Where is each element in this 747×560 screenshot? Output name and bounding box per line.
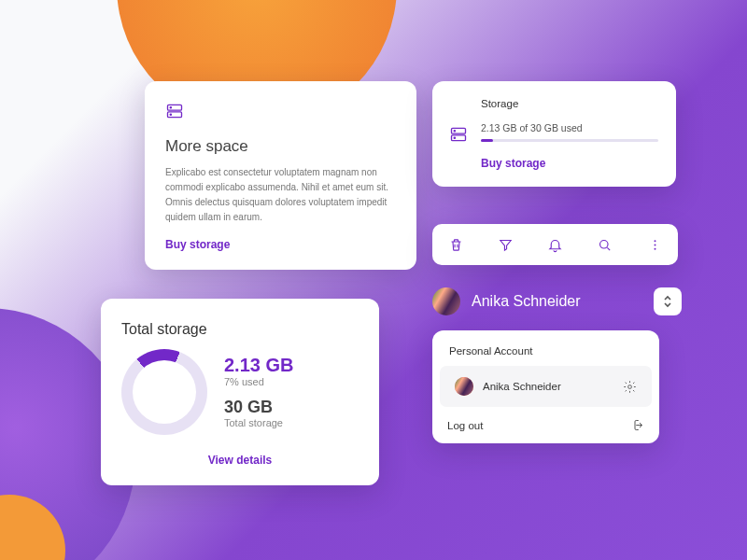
buy-storage-link[interactable]: Buy storage bbox=[481, 157, 658, 170]
expand-toggle[interactable] bbox=[654, 287, 682, 315]
filter-icon[interactable] bbox=[491, 231, 519, 259]
used-label: 7% used bbox=[224, 376, 293, 387]
toolbar bbox=[432, 224, 678, 265]
account-menu-header: Personal Account bbox=[432, 330, 659, 366]
more-icon[interactable] bbox=[641, 231, 669, 259]
chevron-up-down-icon bbox=[662, 295, 673, 308]
avatar bbox=[432, 287, 460, 315]
storage-progress-bar bbox=[481, 139, 658, 142]
account-menu: Personal Account Anika Schneider Log out bbox=[432, 330, 659, 443]
account-item-label: Log out bbox=[447, 420, 483, 431]
gear-icon[interactable] bbox=[623, 380, 637, 394]
bell-icon[interactable] bbox=[542, 231, 570, 259]
more-space-body: Explicabo est consectetur voluptatem mag… bbox=[165, 165, 396, 225]
buy-storage-link[interactable]: Buy storage bbox=[165, 238, 396, 251]
total-value: 30 GB bbox=[224, 399, 293, 416]
logout-icon bbox=[630, 418, 644, 432]
svg-point-2 bbox=[170, 107, 171, 108]
storage-icon bbox=[165, 102, 184, 120]
used-value: 2.13 GB bbox=[224, 356, 293, 375]
svg-point-8 bbox=[600, 240, 609, 248]
total-storage-card: Total storage 2.13 GB 7% used 30 GB Tota… bbox=[101, 299, 379, 485]
account-item-current[interactable]: Anika Schneider bbox=[440, 366, 652, 407]
account-item-label: Anika Schneider bbox=[483, 381, 561, 392]
svg-point-6 bbox=[454, 130, 455, 131]
svg-point-12 bbox=[628, 385, 632, 388]
svg-point-3 bbox=[170, 114, 171, 115]
storage-usage-card: Storage 2.13 GB of 30 GB used Buy storag… bbox=[432, 81, 676, 187]
storage-progress-fill bbox=[481, 139, 493, 142]
storage-icon bbox=[449, 98, 468, 170]
svg-point-9 bbox=[654, 240, 655, 242]
svg-point-11 bbox=[654, 247, 655, 249]
total-storage-title: Total storage bbox=[121, 321, 359, 338]
user-name: Anika Schneider bbox=[472, 293, 581, 310]
view-details-link[interactable]: View details bbox=[121, 454, 359, 467]
more-space-card: More space Explicabo est consectetur vol… bbox=[145, 81, 416, 270]
avatar bbox=[455, 377, 473, 396]
account-item-logout[interactable]: Log out bbox=[432, 407, 659, 443]
total-label: Total storage bbox=[224, 417, 293, 428]
storage-ring-chart bbox=[121, 349, 207, 435]
trash-icon[interactable] bbox=[442, 231, 470, 259]
storage-title: Storage bbox=[481, 98, 658, 109]
svg-point-10 bbox=[654, 244, 655, 245]
svg-point-7 bbox=[454, 137, 455, 138]
user-selector[interactable]: Anika Schneider bbox=[432, 287, 682, 315]
storage-usage-text: 2.13 GB of 30 GB used bbox=[481, 122, 658, 133]
search-icon[interactable] bbox=[591, 231, 619, 259]
more-space-title: More space bbox=[165, 137, 396, 156]
